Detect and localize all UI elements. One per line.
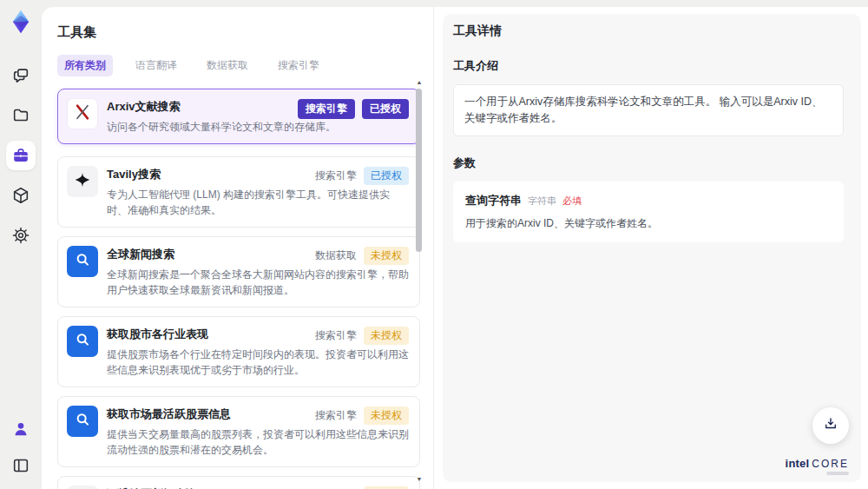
- scrollbar[interactable]: ▲ ▼: [415, 78, 424, 484]
- sidebar-item-settings[interactable]: [6, 221, 36, 250]
- tab-3[interactable]: 搜索引擎: [271, 55, 326, 76]
- tool-details-pane: 工具详情 工具介绍 一个用于从Arxiv存储库搜索科学论文和文章的工具。 输入可…: [443, 14, 861, 482]
- tool-auth-badge: 未授权: [364, 247, 409, 265]
- sidebar-nav: [6, 61, 36, 250]
- star-icon: [74, 171, 91, 192]
- tool-card[interactable]: 全球新闻搜索 全球新闻搜索是一个聚合全球各大新闻网站内容的搜索引擎，帮助用户快速…: [57, 236, 420, 307]
- sidebar-item-chat[interactable]: [6, 61, 36, 90]
- main-panel: 工具集 所有类别语言翻译数据获取搜索引擎 Arxiv文献搜索 访问各个研究领域大…: [42, 7, 868, 489]
- tool-intro-text: 一个用于从Arxiv存储库搜索科学论文和文章的工具。 输入可以是Arxiv ID…: [453, 84, 844, 136]
- tool-description: 全球新闻搜索是一个聚合全球各大新闻网站内容的搜索引擎，帮助用户快速获取全球最新资…: [107, 267, 409, 298]
- intel-core-sub-mark: [826, 472, 849, 475]
- search-icon: [74, 411, 91, 432]
- tab-2[interactable]: 数据获取: [200, 55, 255, 76]
- intro-heading: 工具介绍: [453, 58, 844, 74]
- tool-auth-badge: 已授权: [364, 167, 409, 185]
- tool-card[interactable]: Tavily搜索 专为人工智能代理 (LLM) 构建的搜索引擎工具。可快速提供实…: [57, 156, 420, 228]
- tool-category-badge: 搜索引擎: [315, 328, 357, 343]
- parameter-type: 字符串: [528, 195, 556, 208]
- tool-card[interactable]: 获取市场最活跃股票信息 提供当天交易量最高的股票列表，投资者可以利用这些信息来识…: [57, 396, 420, 467]
- scrollbar-down-arrow[interactable]: ▼: [415, 475, 424, 484]
- parameter-card: 查询字符串 字符串 必填 用于搜索的Arxiv ID、关键字或作者姓名。: [453, 182, 844, 242]
- sidebar-item-panel-toggle[interactable]: [6, 451, 36, 480]
- tool-list: Arxiv文献搜索 访问各个研究领域大量科学论文和文章的存储库。 搜索引擎 已授…: [57, 89, 420, 489]
- tab-0[interactable]: 所有类别: [57, 55, 113, 76]
- sidebar-item-packages[interactable]: [6, 181, 36, 210]
- tool-auth-badge: 未授权: [364, 327, 409, 345]
- tool-description: 提供股票市场各个行业在特定时间段内的表现。投资者可以利用这些信息来识别表现优于或…: [107, 347, 409, 378]
- folder-icon: [11, 106, 30, 125]
- arxiv-logo-icon: [73, 102, 92, 125]
- toolset-pane: 工具集 所有类别语言翻译数据获取搜索引擎 Arxiv文献搜索 访问各个研究领域大…: [42, 7, 434, 489]
- panel-toggle-icon: [11, 456, 30, 475]
- sidebar-item-folder[interactable]: [6, 101, 36, 130]
- app-logo-icon[interactable]: [8, 9, 34, 35]
- tool-description: 访问各个研究领域大量科学论文和文章的存储库。: [107, 119, 409, 135]
- tool-card[interactable]: 万维地区新闻查询 查询具体行政区划内的新闻，快速了解各地新闻动态 搜索引擎 未授…: [57, 476, 420, 489]
- cube-icon: [11, 186, 30, 205]
- tool-auth-badge: 已授权: [362, 99, 409, 119]
- sidebar-item-toolset[interactable]: [6, 141, 36, 170]
- chat-icon: [11, 66, 30, 85]
- scrollbar-up-arrow[interactable]: ▲: [415, 78, 424, 87]
- scrollbar-thumb[interactable]: [416, 89, 422, 252]
- sidebar: [0, 0, 42, 489]
- parameter-required-badge: 必填: [562, 195, 582, 208]
- search-icon: [74, 251, 91, 272]
- download-icon: [823, 416, 838, 435]
- tool-description: 专为人工智能代理 (LLM) 构建的搜索引擎工具。可快速提供实时、准确和真实的结…: [107, 187, 409, 218]
- tool-card[interactable]: 获取股市各行业表现 提供股票市场各个行业在特定时间段内的表现。投资者可以利用这些…: [57, 316, 420, 387]
- intel-core-logo: intelcore: [786, 455, 849, 475]
- briefcase-icon: [11, 146, 30, 165]
- download-button[interactable]: [812, 407, 849, 444]
- search-icon: [74, 331, 91, 352]
- gear-icon: [11, 226, 30, 245]
- params-heading: 参数: [453, 155, 844, 171]
- tool-card[interactable]: Arxiv文献搜索 访问各个研究领域大量科学论文和文章的存储库。 搜索引擎 已授…: [57, 89, 420, 144]
- tab-1[interactable]: 语言翻译: [128, 55, 184, 76]
- page-title: 工具集: [57, 24, 419, 41]
- tool-description: 提供当天交易量最高的股票列表，投资者可以利用这些信息来识别流动性强的股票和潜在的…: [107, 426, 409, 458]
- tool-category-badge: 搜索引擎: [315, 169, 357, 183]
- tool-category-badge: 数据获取: [315, 248, 357, 263]
- sidebar-bottom: [6, 414, 36, 480]
- category-tabs: 所有类别语言翻译数据获取搜索引擎: [57, 55, 419, 76]
- tool-auth-badge: 未授权: [364, 406, 409, 425]
- tool-category-badge: 搜索引擎: [315, 408, 357, 423]
- user-icon: [11, 420, 30, 439]
- parameter-name: 查询字符串: [465, 193, 522, 208]
- sidebar-item-user[interactable]: [6, 414, 36, 444]
- tool-category-badge: 搜索引擎: [298, 99, 355, 119]
- parameter-description: 用于搜索的Arxiv ID、关键字或作者姓名。: [465, 216, 832, 231]
- details-title: 工具详情: [453, 23, 844, 39]
